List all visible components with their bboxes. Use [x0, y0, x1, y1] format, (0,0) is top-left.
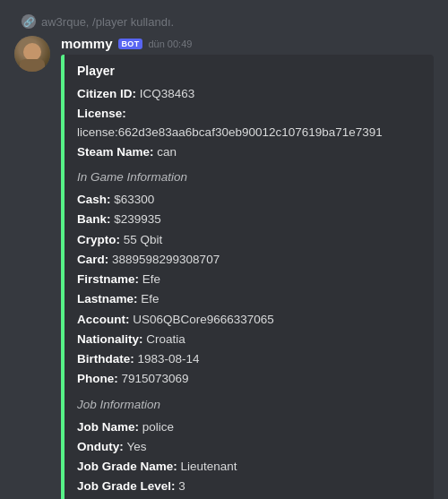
field-citizen-id: Citizen ID: ICQ38463	[77, 85, 421, 103]
field-firstname-value: Efe	[142, 272, 160, 286]
field-card: Card: 3889598299308707	[77, 251, 421, 269]
avatar-body	[20, 59, 45, 72]
field-birthdate-value: 1983-08-14	[138, 352, 200, 366]
field-cash: Cash: $63300	[77, 191, 421, 209]
field-license: License: license:662d3e83aa6bcaf30eb9001…	[77, 105, 421, 142]
field-phone: Phone: 7915073069	[77, 370, 421, 388]
player-section-title: Player	[77, 64, 421, 78]
field-job-name: Job Name: police	[77, 418, 421, 436]
field-job-name-value: police	[142, 420, 174, 434]
field-phone-label: Phone:	[77, 372, 122, 385]
field-cash-value: $63300	[114, 193, 154, 206]
field-nationality-value: Croatia	[146, 332, 185, 346]
field-firstname: Firstname: Efe	[77, 271, 421, 288]
field-job-name-label: Job Name:	[77, 420, 142, 434]
field-firstname-label: Firstname:	[77, 272, 142, 286]
field-cash-label: Cash:	[77, 193, 114, 206]
ingame-section-subtitle: In Game Information	[77, 170, 421, 184]
field-bank: Bank: $239935	[77, 211, 421, 228]
field-onduty-value: Yes	[127, 440, 147, 453]
system-message: 🔗 aw3rque, /player kullandı.	[14, 14, 434, 29]
field-nationality-label: Nationality:	[77, 332, 146, 346]
system-text: aw3rque, /player kullandı.	[41, 15, 174, 29]
field-citizen-id-label: Citizen ID:	[77, 87, 140, 100]
field-account-value: US06QBCore9666337065	[133, 313, 274, 326]
message-header: mommy BOT dün 00:49	[61, 36, 434, 51]
message-row: mommy BOT dün 00:49 Player Citizen ID: I…	[14, 36, 434, 499]
avatar	[14, 36, 50, 72]
field-license-value: license:662d3e83aa6bcaf30eb90012c107619b…	[77, 125, 383, 139]
field-job-grade-name: Job Grade Name: Lieutenant	[77, 458, 421, 476]
bot-badge: BOT	[118, 39, 143, 49]
job-section-subtitle: Job Information	[77, 398, 421, 411]
field-birthdate: Birthdate: 1983-08-14	[77, 350, 421, 368]
field-license-label: License:	[77, 107, 126, 120]
field-job-grade-level-label: Job Grade Level:	[77, 479, 178, 493]
field-account: Account: US06QBCore9666337065	[77, 311, 421, 329]
field-steam-name-value: can	[157, 145, 177, 159]
field-bank-label: Bank:	[77, 212, 114, 226]
embed-body: Player Citizen ID: ICQ38463 License: lic…	[65, 55, 434, 499]
field-card-label: Card:	[77, 253, 112, 266]
field-crypto-value: 55 Qbit	[124, 233, 163, 246]
field-nationality: Nationality: Croatia	[77, 331, 421, 348]
timestamp: dün 00:49	[148, 39, 192, 49]
field-job-grade-name-label: Job Grade Name:	[77, 460, 181, 473]
field-onduty-label: Onduty:	[77, 440, 127, 453]
embed: Player Citizen ID: ICQ38463 License: lic…	[61, 55, 434, 499]
message-content: mommy BOT dün 00:49 Player Citizen ID: I…	[61, 36, 434, 499]
field-job-grade-level: Job Grade Level: 3	[77, 477, 421, 495]
username: mommy	[61, 36, 113, 51]
avatar-face	[23, 43, 41, 61]
field-phone-value: 7915073069	[122, 372, 189, 385]
field-card-value: 3889598299308707	[112, 253, 220, 266]
field-crypto-label: Crypto:	[77, 233, 124, 246]
field-job-grade-name-value: Lieutenant	[181, 460, 237, 473]
field-onduty: Onduty: Yes	[77, 438, 421, 456]
field-birthdate-label: Birthdate:	[77, 352, 138, 366]
field-job-grade-level-value: 3	[178, 479, 185, 493]
message-container: 🔗 aw3rque, /player kullandı. mommy BOT d…	[0, 0, 448, 499]
field-bank-value: $239935	[114, 212, 161, 226]
field-account-label: Account:	[77, 313, 133, 326]
field-lastname: Lastname: Efe	[77, 290, 421, 308]
system-icon: 🔗	[22, 14, 36, 29]
field-steam-name-label: Steam Name:	[77, 145, 157, 159]
field-lastname-label: Lastname:	[77, 292, 141, 305]
field-lastname-value: Efe	[141, 292, 159, 305]
field-crypto: Crypto: 55 Qbit	[77, 231, 421, 249]
field-citizen-id-value: ICQ38463	[140, 87, 195, 100]
avatar-image	[14, 36, 50, 72]
field-steam-name: Steam Name: can	[77, 143, 421, 161]
